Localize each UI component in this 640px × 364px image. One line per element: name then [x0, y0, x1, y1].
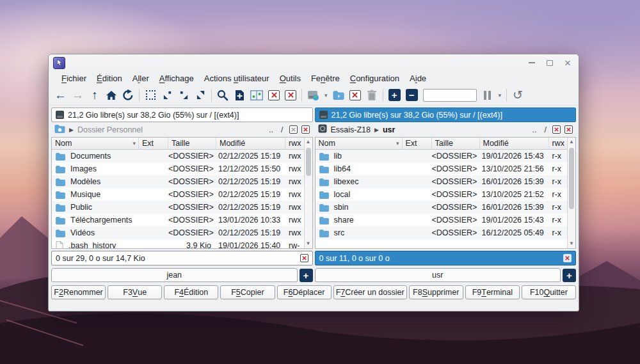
column-nom[interactable]: Nom▾: [316, 138, 403, 149]
file-row[interactable]: Modèles<DOSSIER>02/12/2025 15:19rwx: [52, 175, 304, 188]
column-modifie[interactable]: Modifié: [216, 138, 285, 149]
scroll-thumb[interactable]: [569, 148, 574, 209]
file-row[interactable]: Images<DOSSIER>12/12/2025 15:50rwx: [52, 162, 304, 175]
file-row[interactable]: share<DOSSIER>19/01/2026 15:43r-x: [316, 214, 568, 226]
file-row[interactable]: Public<DOSSIER>02/12/2025 15:19rwx: [52, 201, 304, 214]
scroll-thumb[interactable]: [306, 148, 311, 176]
file-row[interactable]: Vidéos<DOSSIER>02/12/2025 15:19rwx: [52, 226, 304, 239]
left-scrollbar[interactable]: ▲ ▼: [304, 138, 312, 248]
fkey-f7-button[interactable]: F7 Créer un dossier: [333, 285, 407, 299]
file-row[interactable]: lib<DOSSIER>19/01/2026 15:43r-x: [316, 150, 568, 162]
fkey-f3-button[interactable]: F3 Vue: [108, 285, 162, 299]
file-row[interactable]: sbin<DOSSIER>16/01/2026 15:39r-x: [316, 201, 568, 214]
up-dir-link[interactable]: ..: [267, 125, 275, 134]
scroll-down-icon[interactable]: ▼: [568, 239, 575, 248]
new-file-icon[interactable]: [234, 88, 245, 102]
breadcrumb-device[interactable]: Essais-Z18: [331, 125, 371, 134]
fkey-f2-button[interactable]: F2 Renommer: [51, 285, 106, 299]
column-taille[interactable]: Taille: [168, 138, 216, 149]
red-x-icon-3[interactable]: [349, 90, 361, 100]
tab-jean[interactable]: jean: [51, 268, 298, 282]
column-rwx[interactable]: rwx: [285, 138, 304, 149]
crumb-x-red-icon[interactable]: [564, 125, 573, 134]
root-dir-link[interactable]: /: [543, 125, 548, 134]
file-row[interactable]: lib64<DOSSIER>13/10/2025 21:56r-x: [316, 162, 568, 175]
scroll-up-icon[interactable]: ▲: [568, 138, 575, 146]
menu-fichier[interactable]: Fichier: [56, 74, 92, 83]
crumb-x-red-icon[interactable]: [552, 125, 561, 134]
column-ext[interactable]: Ext: [403, 138, 432, 149]
fkey-f8-button[interactable]: F8 Supprimer: [409, 285, 463, 299]
pause-dropdown-icon[interactable]: ▾: [499, 92, 502, 99]
home-icon[interactable]: [106, 88, 117, 102]
mount-drive-dropdown-icon[interactable]: ▾: [324, 92, 328, 99]
invert-selection-icon[interactable]: [195, 88, 206, 102]
column-ext[interactable]: Ext: [139, 138, 168, 149]
file-row[interactable]: Téléchargements<DOSSIER>13/01/2026 10:33…: [52, 214, 304, 226]
left-disk-info-bar[interactable]: 21,2 Gio libre(s) sur 38,2 Gio (55%) sur…: [51, 107, 313, 122]
column-modifie[interactable]: Modifié: [480, 138, 549, 149]
maximize-button[interactable]: [545, 58, 554, 67]
toolbar-filter-input[interactable]: [423, 89, 477, 102]
device-icon[interactable]: [318, 124, 327, 135]
right-scrollbar[interactable]: ▲ ▼: [567, 138, 575, 248]
menu--dition[interactable]: Édition: [92, 74, 127, 83]
up-dir-link[interactable]: ..: [531, 125, 539, 134]
forward-icon[interactable]: →: [72, 88, 84, 102]
plus-button[interactable]: +: [388, 89, 401, 101]
search-icon[interactable]: [217, 88, 228, 102]
red-x-icon-2[interactable]: [285, 90, 296, 100]
up-icon[interactable]: ↑: [89, 88, 100, 102]
select-group-icon[interactable]: [161, 88, 173, 102]
new-tab-button[interactable]: +: [563, 269, 576, 282]
fkey-f9-button[interactable]: F9 Terminal: [465, 285, 520, 299]
menu-affichage[interactable]: Affichage: [154, 74, 199, 83]
breadcrumb-segment[interactable]: usr: [383, 125, 395, 134]
status-clear-icon[interactable]: [300, 254, 308, 262]
file-row[interactable]: .bash_history3,9 Kio19/01/2026 15:40rw-: [52, 239, 304, 248]
scroll-down-icon[interactable]: ▼: [305, 239, 312, 248]
fkey-f4-button[interactable]: F4 Édition: [164, 285, 218, 299]
minus-button[interactable]: −: [406, 89, 418, 101]
trash-icon[interactable]: [366, 88, 378, 102]
menu-fen-tre[interactable]: Fenêtre: [306, 74, 345, 83]
select-all-icon[interactable]: [145, 88, 156, 102]
menu-configuration[interactable]: Configuration: [345, 74, 404, 83]
column-taille[interactable]: Taille: [432, 138, 480, 149]
menu-outils[interactable]: Outils: [275, 74, 306, 83]
column-nom[interactable]: Nom▾: [52, 138, 139, 149]
root-dir-link[interactable]: /: [279, 125, 285, 134]
blue-folder-icon[interactable]: [333, 88, 344, 102]
file-row[interactable]: Documents<DOSSIER>02/12/2025 15:19rwx: [52, 150, 304, 162]
right-disk-info-bar[interactable]: 21,2 Gio libre(s) sur 38,2 Gio (55%) sur…: [315, 107, 577, 122]
breadcrumb-segment[interactable]: Dossier Personnel: [77, 125, 143, 134]
file-row[interactable]: libexec<DOSSIER>16/01/2026 15:39r-x: [316, 175, 568, 188]
menu-aller[interactable]: Aller: [127, 74, 154, 83]
scroll-up-icon[interactable]: ▲: [305, 138, 312, 146]
crumb-x-red-icon[interactable]: [301, 125, 310, 134]
refresh-icon[interactable]: [122, 88, 134, 102]
file-row[interactable]: Musique<DOSSIER>02/12/2025 15:19rwx: [52, 188, 304, 201]
new-tab-button[interactable]: +: [300, 269, 313, 282]
fkey-f6-button[interactable]: F6 Déplacer: [277, 285, 332, 299]
undo-icon[interactable]: ↺: [512, 88, 524, 102]
back-icon[interactable]: ←: [54, 88, 67, 102]
file-row[interactable]: src<DOSSIER>16/12/2025 05:49r-x: [316, 226, 568, 239]
unselect-group-icon[interactable]: [178, 88, 189, 102]
tab-usr[interactable]: usr: [315, 268, 561, 282]
red-x-icon-1[interactable]: [268, 90, 280, 100]
window-titlebar[interactable]: ×: [49, 54, 579, 71]
mount-drive-icon[interactable]: [307, 88, 319, 102]
menu-actions-utilisateur[interactable]: Actions utilisateur: [199, 74, 275, 83]
status-clear-icon[interactable]: [563, 254, 572, 262]
fkey-f10-button[interactable]: F10 Quitter: [522, 285, 576, 299]
pause-icon[interactable]: [482, 88, 493, 102]
menu-aide[interactable]: Aide: [404, 74, 431, 83]
home-folder-icon[interactable]: [54, 124, 65, 135]
file-row[interactable]: local<DOSSIER>13/10/2025 21:52r-x: [316, 188, 568, 201]
dual-pane-icon[interactable]: [250, 88, 263, 102]
crumb-x-gray-icon[interactable]: [289, 125, 298, 134]
close-button[interactable]: ×: [563, 58, 572, 67]
fkey-f5-button[interactable]: F5 Copier: [220, 285, 275, 299]
minimize-button[interactable]: [527, 58, 536, 67]
